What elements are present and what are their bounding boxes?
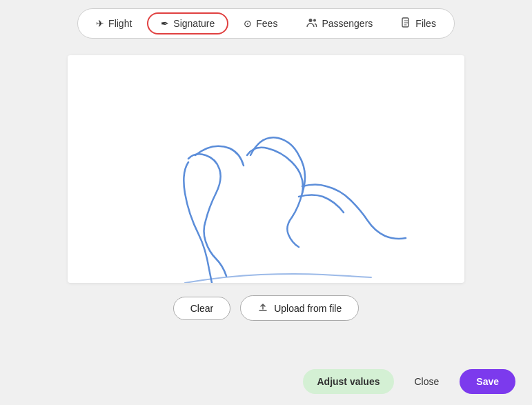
tab-signature-label: Signature	[173, 18, 215, 29]
tab-bar: ✈ Flight ✒ Signature ⊙ Fees Passengers	[0, 0, 532, 47]
svg-point-1	[313, 19, 316, 21]
tab-files-label: Files	[415, 18, 436, 29]
signature-drawing	[68, 55, 464, 283]
upload-button[interactable]: Upload from file	[240, 295, 359, 321]
signature-icon: ✒	[161, 18, 169, 29]
main-content: Clear Upload from file	[0, 47, 532, 358]
bottom-bar: Adjust values Close Save	[0, 358, 532, 405]
clear-button[interactable]: Clear	[173, 297, 230, 320]
tab-group: ✈ Flight ✒ Signature ⊙ Fees Passengers	[77, 8, 455, 39]
files-icon	[402, 17, 411, 30]
tab-passengers-label: Passengers	[322, 18, 373, 29]
close-button[interactable]: Close	[401, 369, 453, 394]
action-buttons: Clear Upload from file	[173, 295, 359, 321]
tab-flight-label: Flight	[108, 18, 132, 29]
tab-signature[interactable]: ✒ Signature	[147, 12, 228, 34]
fees-icon: ⊙	[244, 18, 252, 29]
upload-icon	[257, 302, 268, 315]
tab-fees-label: Fees	[256, 18, 277, 29]
svg-point-0	[309, 19, 313, 22]
passengers-icon	[306, 18, 317, 30]
save-button[interactable]: Save	[460, 369, 515, 394]
tab-files[interactable]: Files	[388, 12, 450, 35]
flight-icon: ✈	[96, 18, 104, 29]
tab-flight[interactable]: ✈ Flight	[82, 12, 146, 34]
signature-canvas[interactable]	[68, 55, 464, 283]
tab-fees[interactable]: ⊙ Fees	[230, 12, 291, 34]
upload-button-label: Upload from file	[274, 303, 342, 314]
tab-passengers[interactable]: Passengers	[293, 12, 386, 35]
adjust-values-button[interactable]: Adjust values	[303, 369, 393, 394]
